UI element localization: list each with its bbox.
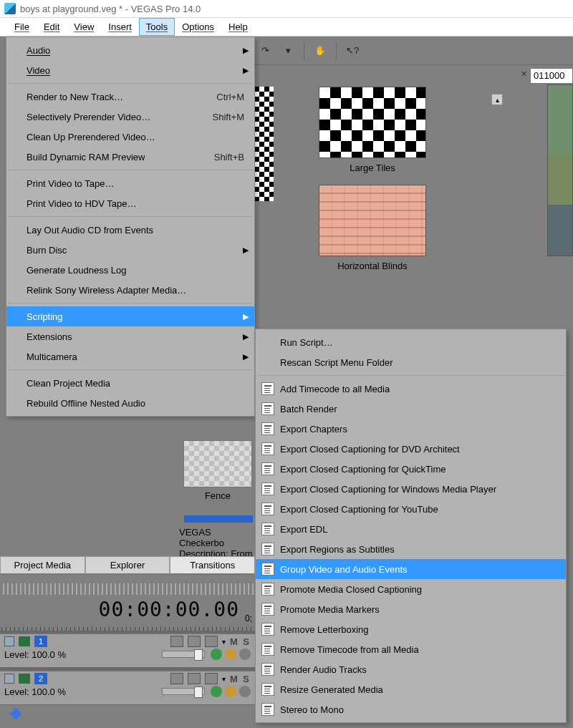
level-slider[interactable] — [162, 651, 205, 658]
compositing-mode-icon[interactable] — [211, 649, 222, 660]
menu-multicamera[interactable]: Multicamera▶ — [6, 346, 254, 367]
menu-video[interactable]: Video▶ — [6, 60, 254, 80]
track-1[interactable]: 1 ▾ M S Level: 100.0 % — [0, 634, 255, 668]
panel-close-icon[interactable]: ✕ — [519, 69, 529, 79]
compositing-mode-icon[interactable] — [211, 686, 222, 697]
menu-generate-loudness[interactable]: Generate Loudness Log — [6, 260, 254, 280]
menu-view[interactable]: View — [67, 18, 101, 36]
menu-cleanup-prerendered[interactable]: Clean Up Prerendered Video… — [6, 127, 254, 147]
tab-project-media[interactable]: Project Media — [0, 556, 85, 575]
menu-render-new-track[interactable]: Render to New Track…Ctrl+M — [6, 87, 254, 107]
submenu-script-item[interactable]: Export Closed Captioning for QuickTime — [256, 459, 566, 479]
menu-rebuild-offline-nested[interactable]: Rebuild Offline Nested Audio — [6, 393, 254, 413]
transition-horizontal-blinds[interactable]: Horizontal Blinds — [251, 185, 494, 271]
make-parent-icon[interactable] — [239, 686, 251, 697]
track-type-icon[interactable] — [4, 674, 14, 684]
track-fx-icon[interactable] — [188, 673, 201, 684]
submenu-script-item[interactable]: Add Timecode to all Media — [256, 379, 566, 399]
mute-solo-buttons[interactable]: M S — [230, 674, 251, 684]
track-type-icon[interactable] — [4, 636, 14, 646]
submenu-script-item[interactable]: Export Chapters — [256, 419, 566, 439]
help-icon[interactable]: ↖? — [342, 41, 362, 61]
submenu-label: Export Closed Captioning for Windows Med… — [280, 484, 496, 495]
script-icon — [261, 543, 274, 555]
submenu-script-item[interactable]: Export Closed Captioning for YouTube — [256, 499, 566, 519]
submenu-label: Stereo to Mono — [280, 704, 344, 715]
submenu-script-item[interactable]: Remove Timecode from all Media — [256, 639, 566, 659]
menu-print-video-hdv[interactable]: Print Video to HDV Tape… — [6, 193, 254, 213]
menu-bar: File Edit View Insert Tools Options Help — [0, 18, 573, 37]
bypass-fx-icon[interactable] — [170, 636, 183, 647]
menu-layout-audio-cd[interactable]: Lay Out Audio CD from Events — [6, 220, 254, 240]
menu-options[interactable]: Options — [175, 18, 221, 36]
hand-tool-icon[interactable]: ✋ — [310, 41, 330, 61]
script-icon — [261, 422, 274, 435]
submenu-rescan[interactable]: Rescan Script Menu Folder — [256, 352, 566, 372]
script-icon — [261, 603, 274, 616]
timestamp-field[interactable]: 011000 — [530, 68, 573, 84]
submenu-script-item[interactable]: Promote Media Closed Captioning — [256, 579, 566, 599]
thumbnail-label: Horizontal Blinds — [251, 261, 494, 271]
menu-clean-project-media[interactable]: Clean Project Media — [6, 373, 254, 393]
menu-print-video-tape[interactable]: Print Video to Tape… — [6, 173, 254, 193]
menu-file[interactable]: File — [7, 18, 37, 36]
menu-burn-disc[interactable]: Burn Disc▶ — [6, 240, 254, 260]
thumbnail-preview — [319, 87, 426, 158]
submenu-script-item[interactable]: Batch Render — [256, 399, 566, 419]
bypass-fx-icon[interactable] — [170, 673, 183, 684]
mute-solo-buttons[interactable]: M S — [230, 636, 251, 647]
keyframe-marker-icon[interactable] — [10, 708, 22, 720]
submenu-script-item[interactable]: Export Closed Captioning for DVD Archite… — [256, 439, 566, 459]
submenu-run-script[interactable]: Run Script… — [256, 332, 566, 352]
submenu-script-item[interactable]: Resize Generated Media — [256, 679, 566, 699]
menu-edit[interactable]: Edit — [37, 18, 67, 36]
transition-fence[interactable]: Fence — [179, 440, 256, 501]
timecode-display[interactable]: 00:00:00.00 — [0, 595, 255, 624]
toolbar-separator — [304, 42, 304, 59]
menu-scripting[interactable]: Scripting▶ — [6, 306, 254, 326]
video-preview-edge — [547, 84, 573, 256]
submenu-script-item[interactable]: Remove Letterboxing — [256, 619, 566, 639]
submenu-script-item[interactable]: Export Regions as Subtitles — [256, 539, 566, 559]
script-icon — [261, 703, 274, 716]
submenu-script-item[interactable]: Export Closed Captioning for Windows Med… — [256, 479, 566, 499]
menu-help[interactable]: Help — [221, 18, 255, 36]
level-slider[interactable] — [162, 688, 205, 695]
track-number: 2 — [34, 673, 47, 684]
menu-relink-sony[interactable]: Relink Sony Wireless Adapter Media… — [6, 280, 254, 300]
redo-button[interactable]: ↷ — [255, 41, 275, 61]
menu-audio[interactable]: Audio▶ — [6, 40, 254, 60]
submenu-label: Export EDL — [280, 524, 327, 535]
track-motion-icon[interactable] — [225, 649, 236, 660]
script-icon — [261, 382, 274, 395]
description-title: VEGAS Checkerbo — [179, 527, 258, 548]
track-2[interactable]: 2 ▾ M S Level: 100.0 % — [0, 671, 255, 705]
thumbnail-preview — [183, 440, 252, 487]
script-icon — [261, 402, 274, 415]
submenu-label: Remove Letterboxing — [280, 624, 369, 635]
tab-transitions[interactable]: Transitions — [170, 556, 255, 575]
menu-insert[interactable]: Insert — [101, 18, 139, 36]
tab-explorer[interactable]: Explorer — [85, 556, 170, 575]
submenu-script-item[interactable]: Render Audio Tracks — [256, 659, 566, 679]
automation-icon[interactable] — [205, 673, 218, 684]
make-parent-icon[interactable] — [239, 649, 251, 660]
marker-bar[interactable] — [1, 583, 254, 595]
track-motion-icon[interactable] — [225, 686, 236, 697]
dropdown-arrow-icon[interactable]: ▾ — [278, 41, 298, 61]
menu-tools[interactable]: Tools — [139, 18, 175, 36]
submenu-script-item[interactable]: Export EDL — [256, 519, 566, 539]
submenu-script-item[interactable]: Promote Media Markers — [256, 599, 566, 619]
scripting-submenu: Run Script… Rescan Script Menu Folder Ad… — [255, 329, 567, 723]
automation-icon[interactable] — [205, 636, 218, 647]
menu-build-dynamic-ram[interactable]: Build Dynamic RAM PreviewShift+B — [6, 147, 254, 167]
submenu-script-item[interactable]: Group Video and Audio Events — [256, 559, 566, 579]
track-fx-icon[interactable] — [188, 636, 201, 647]
transition-large-tiles[interactable]: Large Tiles — [251, 87, 494, 173]
app-icon — [4, 3, 16, 14]
thumbnail-preview — [319, 185, 426, 256]
submenu-script-item[interactable]: Stereo to Mono — [256, 699, 566, 719]
menu-selectively-prerender[interactable]: Selectively Prerender Video…Shift+M — [6, 107, 254, 127]
script-icon — [261, 523, 274, 535]
menu-extensions[interactable]: Extensions▶ — [6, 326, 254, 346]
